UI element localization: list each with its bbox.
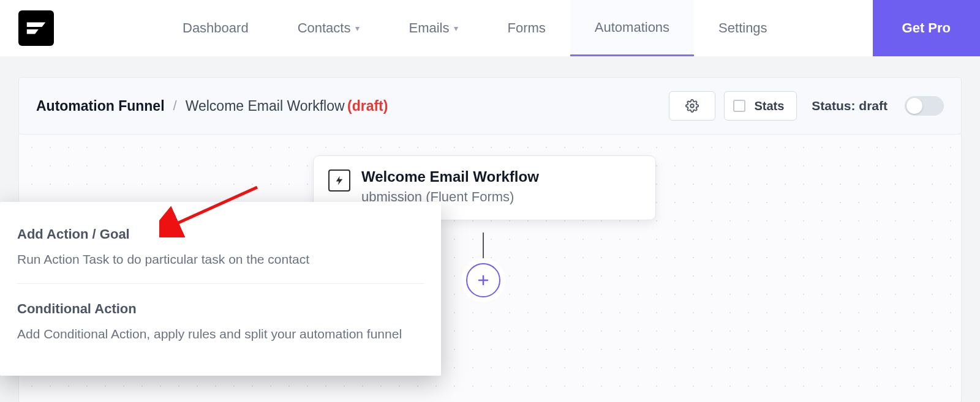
svg-point-0 — [691, 104, 695, 108]
settings-button[interactable] — [669, 91, 715, 121]
logo-icon — [24, 17, 48, 40]
popup-divider — [17, 283, 424, 284]
stats-toggle-button[interactable]: Stats — [724, 91, 797, 121]
popup-item-desc: Add Conditional Action, apply rules and … — [17, 324, 424, 344]
nav-items: Dashboard Contacts ▾ Emails ▾ Forms Auto… — [158, 0, 873, 56]
nav-forms[interactable]: Forms — [483, 0, 570, 56]
nav-emails[interactable]: Emails ▾ — [384, 0, 483, 56]
popup-item-desc: Run Action Task to do particular task on… — [17, 250, 424, 270]
breadcrumb-workflow: Welcome Email Workflow — [186, 98, 345, 114]
add-step-button[interactable] — [466, 263, 500, 297]
breadcrumb-root: Automation Funnel — [36, 98, 165, 114]
chevron-down-icon: ▾ — [355, 23, 360, 33]
nav-label: Automations — [595, 20, 669, 35]
nav-label: Contacts — [298, 20, 351, 36]
stats-label: Stats — [754, 99, 784, 113]
header-bar: Automation Funnel / Welcome Email Workfl… — [18, 77, 962, 135]
nav-label: Dashboard — [183, 20, 249, 36]
nav-contacts[interactable]: Contacts ▾ — [273, 0, 385, 56]
popup-item-add-action[interactable]: Add Action / Goal Run Action Task to do … — [17, 223, 424, 283]
nav-label: Emails — [409, 20, 449, 36]
plus-icon — [476, 273, 491, 288]
get-pro-button[interactable]: Get Pro — [873, 0, 980, 56]
popup-item-title: Add Action / Goal — [17, 226, 424, 242]
breadcrumb-separator: / — [173, 98, 177, 114]
popup-item-title: Conditional Action — [17, 301, 424, 317]
top-nav: Dashboard Contacts ▾ Emails ▾ Forms Auto… — [0, 0, 980, 56]
nav-dashboard[interactable]: Dashboard — [158, 0, 273, 56]
bolt-icon — [328, 169, 350, 192]
status-text: Status: draft — [812, 99, 888, 113]
draft-badge: (draft) — [347, 98, 388, 114]
nav-label: Settings — [718, 20, 767, 36]
add-step-popup: Add Action / Goal Run Action Task to do … — [0, 202, 441, 376]
app-logo — [18, 10, 54, 46]
chevron-down-icon: ▾ — [454, 23, 458, 33]
stats-checkbox[interactable] — [733, 100, 745, 112]
get-pro-label: Get Pro — [902, 20, 951, 36]
popup-item-conditional[interactable]: Conditional Action Add Conditional Actio… — [17, 297, 424, 358]
nav-label: Forms — [507, 20, 545, 36]
nav-automations[interactable]: Automations — [570, 0, 694, 56]
trigger-title: Welcome Email Workflow — [361, 168, 539, 185]
status-toggle[interactable] — [905, 96, 944, 116]
nav-settings[interactable]: Settings — [694, 0, 792, 56]
gear-icon — [685, 99, 699, 113]
